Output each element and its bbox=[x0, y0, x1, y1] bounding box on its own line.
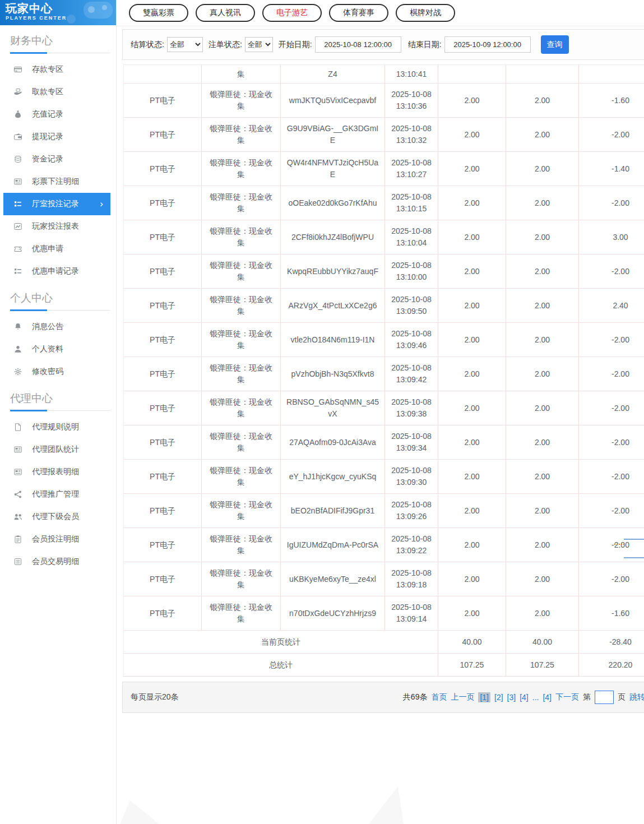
sidebar-item[interactable]: 修改密码 bbox=[3, 360, 110, 383]
stats-valid: 40.00 bbox=[506, 631, 579, 654]
sidebar-item-label: 代理团队统计 bbox=[32, 445, 79, 455]
cell-provider: PT电子 bbox=[124, 425, 202, 460]
sidebar-item-label: 存款专区 bbox=[32, 64, 63, 75]
game-category-button[interactable]: 电子游艺 bbox=[262, 4, 322, 22]
sidebar-item[interactable]: 优惠申请记录 bbox=[3, 260, 110, 283]
sidebar-item-label: 代理报表明细 bbox=[32, 467, 79, 477]
cell-provider: PT电子 bbox=[124, 289, 202, 323]
end-date-input[interactable] bbox=[444, 36, 531, 53]
cell-order: pVzhObjBh-N3q5Xfkvt8 bbox=[281, 357, 385, 391]
table-row: PT电子银弹匪徒：现金收集QW4r4NFMVTJziQcH5UaE2025-10… bbox=[124, 152, 644, 186]
game-category-button[interactable]: 棋牌对战 bbox=[396, 4, 455, 22]
cell-time: 2025-10-0813:09:42 bbox=[385, 357, 438, 391]
jump-button[interactable]: 跳转 bbox=[629, 692, 644, 702]
sidebar-item[interactable]: 厅室投注记录› bbox=[3, 193, 110, 215]
game-category-button[interactable]: 真人视讯 bbox=[196, 4, 255, 22]
query-button[interactable]: 查询 bbox=[541, 35, 569, 54]
sidebar-item[interactable]: 彩票下注明细 bbox=[3, 170, 110, 193]
jump-page-input[interactable] bbox=[595, 691, 614, 704]
section-divider bbox=[10, 52, 110, 54]
cell-valid: 2.00 bbox=[506, 323, 579, 357]
cell-game: 银弹匪徒：现金收集 bbox=[202, 84, 281, 118]
sidebar-item-label: 优惠申请记录 bbox=[32, 266, 79, 276]
cell-bet: 2.00 bbox=[438, 220, 506, 254]
sidebar-section-title: 财务中心 bbox=[10, 34, 116, 48]
cell-time: 2025-10-0813:09:26 bbox=[385, 494, 438, 528]
sidebar-item[interactable]: 消息公告 bbox=[3, 316, 110, 338]
game-category-button[interactable]: 雙贏彩票 bbox=[129, 4, 188, 22]
sidebar-item[interactable]: 会员投注明细 bbox=[3, 528, 110, 550]
cell-game: 银弹匪徒：现金收集 bbox=[202, 425, 281, 460]
sidebar-section-title: 个人中心 bbox=[10, 291, 116, 305]
cell-provider: PT电子 bbox=[124, 220, 202, 254]
cell-bet: 2.00 bbox=[438, 494, 506, 528]
cell-game: 银弹匪徒：现金收集 bbox=[202, 357, 281, 391]
cell-bet: 2.00 bbox=[438, 84, 506, 118]
cell-valid: 2.00 bbox=[506, 391, 579, 425]
money-bag-icon bbox=[13, 110, 22, 119]
sidebar-item[interactable]: 个人资料 bbox=[3, 338, 110, 360]
sidebar-item[interactable]: 充值记录 bbox=[3, 103, 110, 126]
sidebar-item[interactable]: 存款专区 bbox=[3, 58, 110, 81]
cell-valid: 2.00 bbox=[506, 425, 579, 460]
sidebar-item[interactable]: 代理下级会员 bbox=[3, 506, 110, 528]
cell-order: Z4 bbox=[281, 65, 385, 84]
background-triangle bbox=[120, 800, 159, 824]
cell-game: 银弹匪徒：现金收集 bbox=[202, 254, 281, 289]
page-link[interactable]: [1] bbox=[478, 692, 490, 702]
sidebar-item[interactable]: 玩家投注报表 bbox=[3, 215, 110, 238]
cell-order: QW4r4NFMVTJziQcH5UaE bbox=[281, 152, 385, 186]
game-category-button[interactable]: 体育赛事 bbox=[329, 4, 388, 22]
cell-game: 银弹匪徒：现金收集 bbox=[202, 460, 281, 494]
sidebar-item-label: 资金记录 bbox=[32, 154, 63, 164]
cell-time: 2025-10-0813:10:15 bbox=[385, 186, 438, 220]
page-link[interactable]: [3] bbox=[507, 693, 516, 702]
table-row: PT电子银弹匪徒：现金收集pVzhObjBh-N3q5Xfkvt82025-10… bbox=[124, 357, 644, 391]
table-row: PT电子银弹匪徒：现金收集bEO2nBfADIFifJ9Gpr312025-10… bbox=[124, 494, 644, 528]
settle-status-select[interactable]: 全部 bbox=[167, 37, 203, 52]
page-link[interactable]: 首页 bbox=[431, 692, 447, 702]
cell-order: G9U9VBiAG-__GK3DGmIE bbox=[281, 118, 385, 152]
players-center-page: 玩家中心 PLAYERS CENTER 财务中心存款专区取款专区充值记录提现记录… bbox=[0, 0, 644, 824]
page-ellipsis: ... bbox=[532, 693, 539, 702]
cell-profit: -2.00 bbox=[579, 186, 644, 220]
cell-valid: 2.00 bbox=[506, 528, 579, 562]
person-icon bbox=[13, 345, 22, 354]
cell-profit: -2.00 bbox=[579, 254, 644, 289]
sidebar-item-label: 代理下级会员 bbox=[32, 512, 79, 522]
cell-profit: -2.00 bbox=[579, 118, 644, 152]
sidebar-item[interactable]: 取款专区 bbox=[3, 81, 110, 103]
sidebar-item[interactable]: 代理报表明细 bbox=[3, 461, 110, 483]
pagination-links: 共69条 首页上一页[1][2][3][4]...[4]下一页第页跳转 bbox=[403, 691, 644, 704]
cell-bet: 2.00 bbox=[438, 323, 506, 357]
sidebar-item[interactable]: 资金记录 bbox=[3, 148, 110, 170]
cell-provider: PT电子 bbox=[124, 494, 202, 528]
page-link[interactable]: 下一页 bbox=[555, 692, 579, 702]
cell-order: wmJKTQu5VixICecpavbf bbox=[281, 84, 385, 118]
order-status-select[interactable]: 全部 bbox=[245, 37, 273, 52]
cell-provider: PT电子 bbox=[124, 391, 202, 425]
sidebar-item-label: 玩家投注报表 bbox=[32, 221, 79, 232]
page-link[interactable]: [2] bbox=[494, 693, 503, 702]
page-link[interactable]: 上一页 bbox=[451, 692, 474, 702]
orange-artifact bbox=[614, 541, 624, 545]
start-date-input[interactable] bbox=[315, 36, 401, 53]
page-link[interactable]: [4] bbox=[543, 693, 552, 702]
page-link[interactable]: [4] bbox=[520, 693, 529, 702]
cell-bet: 2.00 bbox=[438, 391, 506, 425]
sidebar-item[interactable]: 优惠申请 bbox=[3, 238, 110, 260]
chart-icon bbox=[13, 222, 22, 231]
cutoff-link-underline bbox=[624, 539, 644, 540]
cell-profit bbox=[579, 65, 644, 84]
sidebar-item[interactable]: 代理团队统计 bbox=[3, 438, 110, 461]
cell-game: 集 bbox=[202, 65, 281, 84]
list-badge-icon bbox=[13, 200, 22, 209]
sidebar-item[interactable]: 提现记录 bbox=[3, 126, 110, 148]
table-row: PT电子银弹匪徒：现金收集wmJKTQu5VixICecpavbf2025-10… bbox=[124, 84, 644, 118]
sidebar-item[interactable]: 会员交易明细 bbox=[3, 550, 110, 573]
sidebar-item[interactable]: 代理推广管理 bbox=[3, 483, 110, 506]
sidebar-item[interactable]: 代理规则说明 bbox=[3, 416, 110, 438]
bet-records-table-wrap: 集Z413:10:41PT电子银弹匪徒：现金收集wmJKTQu5VixICecp… bbox=[123, 64, 644, 677]
jump-suffix-label: 页 bbox=[618, 692, 626, 702]
sidebar-item-label: 取款专区 bbox=[32, 87, 63, 97]
